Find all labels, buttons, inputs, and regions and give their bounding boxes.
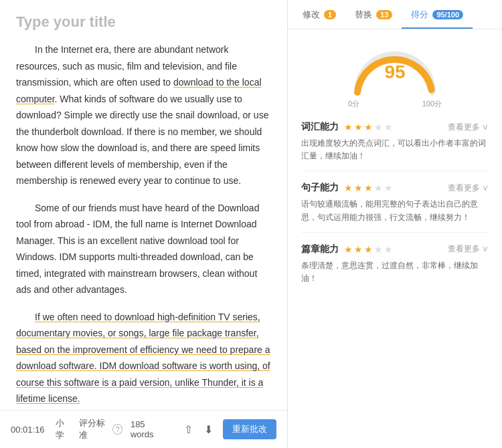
ability-vocabulary-stars: ★ ★ ★ ★ ★ <box>344 122 393 132</box>
ability-header-left: 词汇能力 ★ ★ ★ ★ ★ <box>301 121 393 133</box>
ability-sentence-stars: ★ ★ ★ ★ ★ <box>344 183 393 193</box>
ability-header-left-2: 句子能力 ★ ★ ★ ★ ★ <box>301 182 393 194</box>
tab-revise[interactable]: 修改 1 <box>293 0 345 29</box>
star-3: ★ <box>364 122 373 132</box>
essay-text[interactable]: In the Internet era, there are abundant … <box>16 41 271 407</box>
tab-replace[interactable]: 替换 13 <box>345 0 402 29</box>
tab-replace-badge: 13 <box>376 10 392 19</box>
ability-sentence: 句子能力 ★ ★ ★ ★ ★ 查看更多 ∨ 语句较通顺流畅，能用完整的句子表达出… <box>301 182 489 232</box>
ability-structure: 篇章能力 ★ ★ ★ ★ ★ 查看更多 ∨ 条理清楚，意思连贯，过渡自然，非常棒… <box>301 243 489 293</box>
star-2: ★ <box>354 122 363 132</box>
gauge-score: 95 <box>384 62 405 83</box>
paragraph-3: If we often need to download high-defini… <box>16 309 271 407</box>
ability-structure-desc: 条理清楚，意思连贯，过渡自然，非常棒，继续加油！ <box>301 259 489 285</box>
star-2: ★ <box>354 244 363 255</box>
text-segment: . What kinds of software do we usually u… <box>16 94 268 187</box>
ability-vocabulary-header: 词汇能力 ★ ★ ★ ★ ★ 查看更多 ∨ <box>301 121 489 133</box>
score-min: 0分 <box>348 99 359 109</box>
star-4: ★ <box>374 244 383 255</box>
paragraph-2: Some of our friends must have heard of t… <box>16 200 271 298</box>
ability-sentence-title: 句子能力 <box>301 182 339 194</box>
star-3: ★ <box>364 244 373 255</box>
standard-text: 评分标准 <box>79 417 110 441</box>
ability-structure-header: 篇章能力 ★ ★ ★ ★ ★ 查看更多 ∨ <box>301 243 489 255</box>
score-section: 95 0分 100分 <box>288 29 502 116</box>
star-1: ★ <box>344 122 353 132</box>
tab-revise-label: 修改 <box>303 9 320 21</box>
level-label: 小学 <box>56 417 71 441</box>
vocabulary-view-more[interactable]: 查看更多 ∨ <box>448 122 489 133</box>
standard-label[interactable]: 评分标准 ? <box>79 417 122 441</box>
star-1: ★ <box>344 244 353 255</box>
tab-score[interactable]: 得分 95/100 <box>402 0 473 29</box>
tab-replace-label: 替换 <box>355 9 372 21</box>
ability-structure-stars: ★ ★ ★ ★ ★ <box>344 244 393 255</box>
title-placeholder[interactable]: Type your title <box>16 13 271 31</box>
ability-sections: 词汇能力 ★ ★ ★ ★ ★ 查看更多 ∨ 出现难度较大的亮点词汇，可以看出小作… <box>288 116 502 309</box>
star-5: ★ <box>384 244 393 255</box>
gauge-labels: 0分 100分 <box>348 99 442 109</box>
star-3: ★ <box>364 183 373 193</box>
right-panel: 修改 1 替换 13 得分 95/100 95 0分 100分 <box>288 0 502 448</box>
star-5: ★ <box>384 183 393 193</box>
share-icon[interactable]: ⇧ <box>183 423 195 436</box>
download-icon[interactable]: ⬇ <box>203 423 215 436</box>
star-4: ★ <box>374 183 383 193</box>
score-max: 100分 <box>422 99 442 109</box>
sentence-view-more[interactable]: 查看更多 ∨ <box>448 183 489 194</box>
timer: 00:01:16 <box>11 425 45 435</box>
bottom-toolbar: 00:01:16 小学 评分标准 ? 185 words ⇧ ⬇ 重新批改 <box>0 410 287 448</box>
ability-sentence-desc: 语句较通顺流畅，能用完整的句子表达出自己的意思，句式运用能力很强，行文流畅，继续… <box>301 198 489 223</box>
ability-header-left-3: 篇章能力 ★ ★ ★ ★ ★ <box>301 243 393 255</box>
text-segment: Some of our friends must have heard of t… <box>16 203 259 296</box>
ability-sentence-header: 句子能力 ★ ★ ★ ★ ★ 查看更多 ∨ <box>301 182 489 194</box>
star-5: ★ <box>384 122 393 132</box>
tab-score-badge: 95/100 <box>432 10 463 19</box>
tab-bar: 修改 1 替换 13 得分 95/100 <box>288 0 502 29</box>
gauge-container: 95 <box>348 43 442 96</box>
paragraph-1: In the Internet era, there are abundant … <box>16 41 271 189</box>
ability-vocabulary-desc: 出现难度较大的亮点词汇，可以看出小作者丰富的词汇量，继续加油！ <box>301 137 489 162</box>
refresh-button[interactable]: 重新批改 <box>223 419 276 439</box>
underline-segment: If we often need to download high-defini… <box>16 312 270 405</box>
question-icon[interactable]: ? <box>112 424 122 435</box>
star-1: ★ <box>344 183 353 193</box>
left-panel: Type your title In the Internet era, the… <box>0 0 288 448</box>
star-2: ★ <box>354 183 363 193</box>
tab-revise-badge: 1 <box>324 10 336 19</box>
word-count: 185 words <box>131 419 167 439</box>
star-4: ★ <box>374 122 383 132</box>
ability-vocabulary-title: 词汇能力 <box>301 121 339 133</box>
ability-vocabulary: 词汇能力 ★ ★ ★ ★ ★ 查看更多 ∨ 出现难度较大的亮点词汇，可以看出小作… <box>301 121 489 171</box>
tab-score-label: 得分 <box>411 9 428 21</box>
structure-view-more[interactable]: 查看更多 ∨ <box>448 243 489 255</box>
ability-structure-title: 篇章能力 <box>301 243 339 255</box>
editor-area[interactable]: Type your title In the Internet era, the… <box>0 0 287 410</box>
